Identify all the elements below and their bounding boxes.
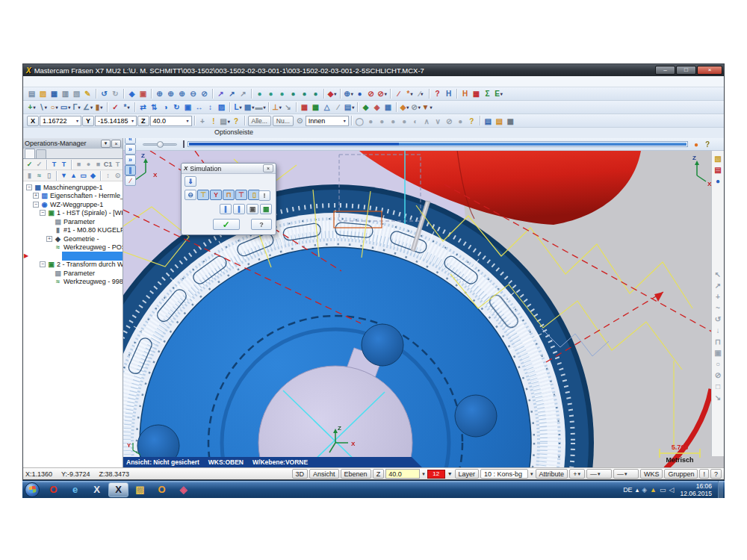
new-file-icon[interactable]: ▤ [27, 88, 37, 99]
planes-strip-icon[interactable]: ▤ [713, 165, 722, 175]
simulation-progress-bar[interactable] [187, 141, 688, 147]
tree-item-op1-tool[interactable]: ▶ ▮ #1 - M0.80 KUGELFRÄSE [23, 226, 123, 235]
tray-expand-icon[interactable]: ▴ [636, 486, 639, 494]
strip-cap-icon[interactable]: ⊓ [713, 337, 722, 346]
select-alle-button[interactable]: Alle... [248, 116, 271, 126]
sim-tool-button[interactable]: ⊤ [197, 190, 209, 200]
c1-post-icon[interactable]: C1 [104, 160, 113, 169]
sim-verify-button[interactable]: ∥ [220, 204, 232, 214]
taskbar-opera-icon[interactable]: O [43, 482, 63, 497]
measure-icon[interactable]: ↘ [283, 102, 294, 113]
print-icon[interactable]: ▥ [61, 88, 71, 99]
verify-icon[interactable]: ● [84, 160, 93, 169]
redo-icon[interactable]: ↻ [111, 88, 121, 99]
lock-icon[interactable]: ▮ [25, 171, 34, 181]
graphics-viewport[interactable]: Z X Y Z X Z X Y X [123, 138, 724, 467]
tree-expander[interactable]: − [40, 210, 46, 216]
grid-red-icon[interactable]: ▦ [471, 88, 482, 99]
taskbar-outlook-icon[interactable]: O [152, 482, 172, 497]
line-width-dropdown[interactable]: —▾ [613, 469, 639, 479]
fit-screen-icon[interactable]: ◈ [127, 88, 137, 99]
tree-item-properties[interactable]: ▶ + ▥ Eigenschaften - Hermle_C40_VX7 [23, 192, 123, 201]
eraser-icon[interactable]: ∕▾ [416, 88, 427, 99]
strip-square-icon[interactable]: □ [713, 382, 722, 391]
tree-item-op2[interactable]: ▶ − ▣ 2 - Transform durch WlEbene [23, 261, 123, 270]
go-end-button[interactable]: » [125, 155, 136, 165]
regen-selected-icon[interactable]: T [50, 160, 59, 169]
tray-language[interactable]: DE [623, 486, 633, 494]
chamfer-icon[interactable]: ∠▾ [83, 102, 93, 113]
snap-angle-down-icon[interactable]: ∨ [433, 116, 443, 128]
exit-icon[interactable]: E▾ [494, 88, 504, 99]
y-coord-input[interactable]: -15.14185▾ [95, 116, 137, 126]
view-front-icon[interactable]: ● [266, 88, 276, 99]
xform-offset-icon[interactable]: ↔ [194, 102, 205, 113]
taskbar-mastercam-x7-icon[interactable]: X [108, 482, 128, 497]
help-what-icon[interactable]: ? [433, 88, 443, 99]
gview-cube-icon[interactable]: ▧ [713, 154, 722, 164]
tree-item-op2-toolpath[interactable]: ▶ ≈ Werkzeugweg - 9985.0K [23, 278, 123, 287]
step-forward-button[interactable]: » [125, 144, 136, 155]
brush-icon[interactable]: *▾ [405, 88, 415, 99]
view-top-icon[interactable]: ● [255, 88, 265, 99]
z-depth-label[interactable]: Z [373, 469, 385, 479]
sim-endpoint-button[interactable]: ⊤ [235, 190, 247, 200]
tree-expander[interactable]: − [40, 261, 46, 267]
tray-action-icon[interactable]: ◈ [642, 486, 647, 494]
torus-icon[interactable]: ⊘ [366, 88, 376, 99]
strip-wave-icon[interactable]: ~ [713, 303, 722, 313]
strip-pan-icon[interactable]: ↖ [713, 270, 722, 279]
arc-icon[interactable]: ○▾ [49, 102, 60, 113]
hatch-toggle-button[interactable]: ∥ [125, 165, 136, 175]
show-desktop-button[interactable] [718, 481, 723, 498]
z-coord-label[interactable]: Z [137, 116, 149, 126]
hide-entity-icon[interactable]: H [444, 88, 454, 99]
page-gray-icon[interactable]: ▦ [505, 116, 515, 128]
xform-translate-icon[interactable]: ⇄ [138, 102, 149, 113]
move-down-icon[interactable]: ▼ [60, 171, 69, 181]
strip-rotate-icon[interactable]: ↗ [713, 281, 722, 290]
move-up-icon[interactable]: ▲ [69, 171, 78, 181]
x-coord-input[interactable]: 1.16722▾ [40, 116, 81, 126]
mode-3d-button[interactable]: 3D [292, 469, 309, 479]
pencil-icon[interactable]: ∕ [394, 88, 404, 99]
wcs-icon[interactable]: ⊥▾ [272, 102, 282, 113]
deselect-ops-icon[interactable]: ✓ [35, 160, 44, 169]
snap-quad-icon[interactable]: ◐ [410, 116, 421, 128]
z-depth-caret[interactable]: ▾ [421, 471, 426, 477]
save-file-icon[interactable]: ▦ [49, 88, 60, 99]
snap-perp-icon[interactable]: ⊘ [444, 116, 454, 128]
dialog-close-button[interactable]: × [263, 164, 273, 172]
zoom-in-icon[interactable]: ⊕ [177, 88, 187, 99]
stats-pie-icon[interactable]: ● [691, 140, 701, 149]
grid-red2-icon[interactable]: ▦ [300, 102, 310, 113]
snap-origin-icon[interactable]: ◯ [354, 116, 365, 128]
gview-button[interactable]: Ansicht [309, 469, 339, 479]
minimize-button[interactable]: – [655, 66, 675, 75]
wireframe-icon[interactable]: ⊕▾ [344, 88, 354, 99]
xform-scale-icon[interactable]: ▣ [183, 102, 193, 113]
key-icon[interactable]: ✎ [83, 88, 93, 99]
z-coord-input[interactable]: 40.0▾ [150, 116, 192, 126]
trim-check-icon[interactable]: ✓ [111, 102, 121, 113]
xform-rotate-icon[interactable]: ↻ [172, 102, 182, 113]
shading-sphere-icon[interactable]: ● [713, 176, 722, 186]
repaint-pen-icon[interactable]: ↗ [227, 88, 238, 99]
strip-plus-icon[interactable]: + [713, 292, 722, 302]
help-button[interactable]: ? [251, 219, 272, 230]
select-all-ops-icon[interactable]: ✓ [25, 160, 34, 169]
taskbar-mastercam-x6-icon[interactable]: X [87, 482, 107, 497]
scroll-insert-icon[interactable]: ◆ [89, 171, 98, 181]
layer-button[interactable]: Layer [455, 469, 480, 479]
taskbar-design-icon[interactable]: ◈ [173, 482, 193, 497]
tree-item-op2-parameter[interactable]: ▶ ▤ Parameter [23, 269, 123, 278]
tree-item-machine-group[interactable]: ▶ − ▦ Maschinengruppe-1 [23, 183, 123, 192]
delete-ops-icon[interactable]: ▯ [45, 171, 54, 181]
config-page-icon[interactable]: ▤▾ [220, 116, 230, 128]
tree-expander[interactable]: − [26, 184, 32, 190]
panel-menu-button[interactable]: ▾ [101, 140, 111, 148]
shaded-icon[interactable]: ● [355, 88, 365, 99]
snap-point-icon[interactable]: ● [455, 116, 465, 128]
tray-warning-icon[interactable]: ▲ [650, 486, 657, 494]
start-button[interactable] [25, 482, 40, 497]
